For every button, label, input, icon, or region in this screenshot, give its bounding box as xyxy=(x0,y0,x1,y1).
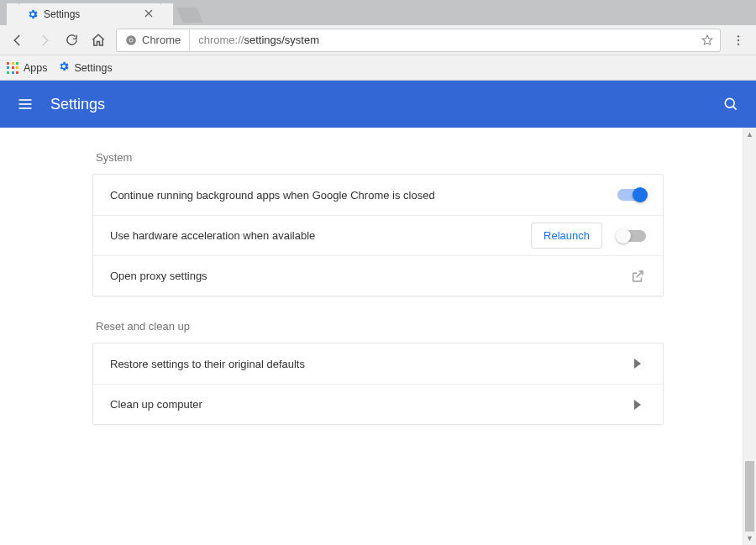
scrollbar[interactable]: ▲ ▼ xyxy=(743,128,756,545)
svg-point-13 xyxy=(738,43,739,45)
new-tab-button[interactable] xyxy=(176,8,203,23)
bookmark-apps-label: Apps xyxy=(24,62,48,74)
row-open-proxy[interactable]: Open proxy settings xyxy=(93,255,663,296)
origin-chip: Chrome xyxy=(117,29,190,51)
apps-icon xyxy=(7,62,18,74)
svg-line-18 xyxy=(733,107,737,110)
bookmark-settings[interactable]: Settings xyxy=(58,60,113,75)
toggle-hardware-acceleration[interactable] xyxy=(617,230,646,242)
row-label: Clean up computer xyxy=(110,398,629,411)
row-clean-up-computer[interactable]: Clean up computer xyxy=(93,384,663,424)
address-bar[interactable]: Chrome chrome://settings/system xyxy=(116,29,721,52)
menu-button[interactable] xyxy=(15,94,35,114)
chevron-right-icon xyxy=(629,359,646,369)
row-label: Continue running background apps when Go… xyxy=(110,189,617,202)
row-restore-defaults[interactable]: Restore settings to their original defau… xyxy=(93,343,663,384)
back-button[interactable] xyxy=(5,28,30,53)
origin-label: Chrome xyxy=(142,34,181,46)
search-button[interactable] xyxy=(721,94,741,114)
svg-point-11 xyxy=(738,35,739,37)
row-label: Restore settings to their original defau… xyxy=(110,358,629,370)
relaunch-button[interactable]: Relaunch xyxy=(531,223,602,249)
row-label: Open proxy settings xyxy=(110,270,629,282)
close-tab-icon[interactable] xyxy=(144,8,153,20)
tab-active[interactable]: Settings xyxy=(7,3,173,25)
bookmark-settings-label: Settings xyxy=(75,62,113,74)
svg-point-12 xyxy=(738,39,739,40)
page-title: Settings xyxy=(50,96,105,113)
scroll-up-icon[interactable]: ▲ xyxy=(743,128,756,141)
gear-icon xyxy=(27,8,39,20)
row-background-apps[interactable]: Continue running background apps when Go… xyxy=(93,175,663,215)
chevron-right-icon xyxy=(629,400,646,410)
bookmark-apps[interactable]: Apps xyxy=(7,62,48,74)
browser-toolbar: Chrome chrome://settings/system xyxy=(0,25,756,55)
bookmark-star-icon[interactable] xyxy=(695,34,720,47)
tabstrip: Settings xyxy=(0,3,756,25)
reload-button[interactable] xyxy=(59,28,84,53)
tab-title: Settings xyxy=(44,8,80,20)
chrome-icon xyxy=(125,34,137,46)
svg-point-17 xyxy=(725,98,734,107)
forward-button[interactable] xyxy=(32,28,57,53)
card-system: Continue running background apps when Go… xyxy=(92,174,664,296)
home-button[interactable] xyxy=(86,28,111,53)
card-reset: Restore settings to their original defau… xyxy=(92,343,664,425)
gear-icon xyxy=(58,60,70,75)
section-title-reset: Reset and clean up xyxy=(96,320,660,333)
row-hardware-acceleration[interactable]: Use hardware acceleration when available… xyxy=(93,215,663,255)
toggle-background-apps[interactable] xyxy=(617,189,646,201)
settings-header: Settings xyxy=(0,81,756,128)
row-label: Use hardware acceleration when available xyxy=(110,229,531,242)
external-link-icon xyxy=(629,269,646,284)
scroll-thumb[interactable] xyxy=(745,461,754,532)
url-text: chrome://settings/system xyxy=(190,34,695,46)
svg-point-10 xyxy=(129,39,133,42)
browser-menu-button[interactable] xyxy=(726,28,751,53)
scroll-down-icon[interactable]: ▼ xyxy=(743,532,756,545)
section-title-system: System xyxy=(96,151,660,164)
settings-content: System Continue running background apps … xyxy=(0,128,756,545)
bookmarks-bar: Apps Settings xyxy=(0,55,756,81)
